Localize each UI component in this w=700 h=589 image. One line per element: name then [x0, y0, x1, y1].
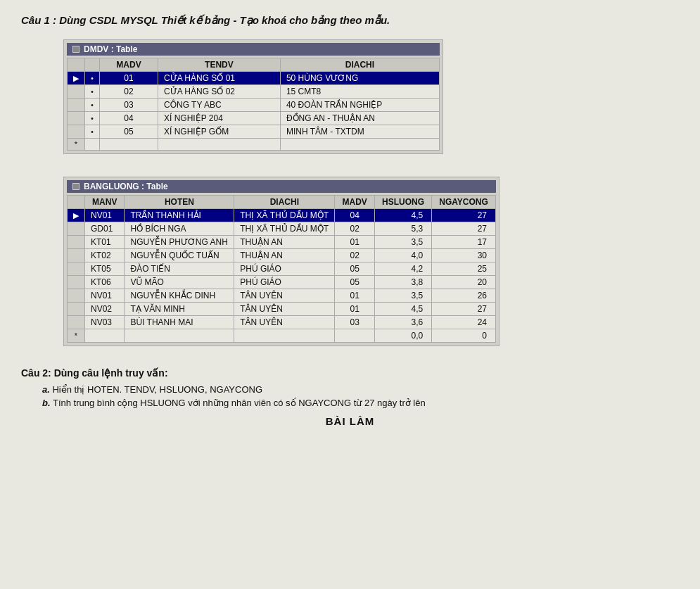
dmdv-col-tendv: TENDV	[158, 58, 281, 72]
ngaycong-val: 24	[432, 316, 496, 329]
madv-val: 01	[335, 289, 374, 303]
row-indicator	[68, 303, 85, 316]
list-item: a. Hiển thị HOTEN. TENDV, HSLUONG, NGAYC…	[42, 384, 679, 395]
dmdv-table: MADV TENDV DIACHI ▶ • 01 CỬA HÀNG SỐ 01 …	[67, 58, 440, 151]
hoten-val: NGUYỄN KHẮC DINH	[125, 289, 234, 303]
bangluong-square-icon	[72, 183, 79, 190]
item-label: b.	[42, 398, 51, 408]
table-row: NV03 BÙI THANH MAI TÂN UYÊN 03 3,6 24	[68, 316, 496, 329]
item-label: a.	[42, 384, 50, 395]
tendv-val	[158, 139, 281, 151]
bl-col-madv: MADV	[335, 196, 374, 209]
table-row: *	[68, 139, 440, 151]
hoten-val: VŨ MÃO	[125, 276, 234, 289]
tendv-val: CỬA HÀNG SỐ 01	[158, 72, 281, 85]
item-text: Hiển thị HOTEN. TENDV, HSLUONG, NGAYCONG	[52, 384, 262, 395]
row-indicator: ▶	[68, 72, 85, 85]
hsluong-val: 0,0	[374, 329, 431, 343]
bl-col-diachi: DIACHI	[234, 196, 335, 209]
dmdv-table-titlebar: DMDV : Table	[67, 43, 440, 56]
bl-col-ngaycong: NGAYCONG	[432, 196, 496, 209]
row-indicator	[68, 289, 85, 303]
key-col: •	[85, 99, 100, 112]
row-indicator	[68, 276, 85, 289]
diachi-val: 50 HÙNG VƯƠNG	[280, 72, 439, 85]
ngaycong-val: 26	[432, 289, 496, 303]
item-text: Tính trung bình cộng HSLUONG với những n…	[53, 398, 426, 408]
ngaycong-val: 27	[432, 209, 496, 222]
hoten-val: ĐÀO TIẾN	[125, 262, 234, 276]
madv-val: 05	[335, 262, 374, 276]
manv-val: NV01	[85, 289, 125, 303]
table-row: KT06 VŨ MÃO PHÚ GIÁO 05 3,8 20	[68, 276, 496, 289]
diachi-val	[280, 139, 439, 151]
row-indicator	[68, 112, 85, 125]
row-indicator: ▶	[68, 209, 85, 222]
bl-col-hoten: HOTEN	[125, 196, 234, 209]
table-row: NV02 TẠ VĂN MINH TÂN UYÊN 01 4,5 27	[68, 303, 496, 316]
diachi-val: 15 CMT8	[280, 85, 439, 99]
ngaycong-val: 17	[432, 236, 496, 249]
hoten-val	[125, 329, 234, 343]
madv-val: 02	[335, 222, 374, 236]
dmdv-col-madv: MADV	[100, 58, 158, 72]
bangluong-table-title: BANGLUONG : Table	[84, 182, 168, 191]
row-indicator	[68, 249, 85, 262]
hsluong-val: 4,2	[374, 262, 431, 276]
dmdv-col-key	[85, 58, 100, 72]
row-indicator	[68, 262, 85, 276]
table-row: GD01 HỒ BÍCH NGA THỊ XÃ THỦ DẦU MỘT 02 5…	[68, 222, 496, 236]
manv-val: NV01	[85, 209, 125, 222]
manv-val: KT02	[85, 249, 125, 262]
list-item: b. Tính trung bình cộng HSLUONG với nhữn…	[42, 398, 679, 408]
row-indicator	[68, 316, 85, 329]
table-row: KT01 NGUYỄN PHƯƠNG ANH THUẬN AN 01 3,5 1…	[68, 236, 496, 249]
dmdv-table-container: DMDV : Table MADV TENDV DIACHI ▶ • 01 CỬ…	[63, 39, 443, 154]
row-indicator	[68, 222, 85, 236]
hoten-val: HỒ BÍCH NGA	[125, 222, 234, 236]
hsluong-val: 3,5	[374, 289, 431, 303]
key-col: •	[85, 112, 100, 125]
bangluong-table-container: BANGLUONG : Table MANV HOTEN DIACHI MADV…	[63, 177, 499, 346]
row-indicator: *	[68, 139, 85, 151]
manv-val: GD01	[85, 222, 125, 236]
question2-list: a. Hiển thị HOTEN. TENDV, HSLUONG, NGAYC…	[42, 384, 679, 408]
tendv-val: XÍ NGHIỆP GỐM	[158, 125, 281, 139]
hoten-val: TRẦN THANH HẢI	[125, 209, 234, 222]
row-indicator	[68, 125, 85, 139]
manv-val: KT01	[85, 236, 125, 249]
key-col: •	[85, 72, 100, 85]
hoten-val: BÙI THANH MAI	[125, 316, 234, 329]
bl-col-hsluong: HSLUONG	[374, 196, 431, 209]
hsluong-val: 4,5	[374, 303, 431, 316]
table-row: NV01 NGUYỄN KHẮC DINH TÂN UYÊN 01 3,5 26	[68, 289, 496, 303]
hsluong-val: 3,6	[374, 316, 431, 329]
question1-title: Câu 1 : Dùng CSDL MYSQL Thiết kế bảng - …	[21, 14, 679, 27]
table-row: ▶ • 01 CỬA HÀNG SỐ 01 50 HÙNG VƯƠNG	[68, 72, 440, 85]
table-row: * 0,0 0	[68, 329, 496, 343]
table-row: • 02 CỬA HÀNG SỐ 02 15 CMT8	[68, 85, 440, 99]
madv-val: 01	[335, 303, 374, 316]
madv-val: 01	[100, 72, 158, 85]
madv-val: 01	[335, 236, 374, 249]
row-indicator	[68, 85, 85, 99]
diachi-val: PHÚ GIÁO	[234, 262, 335, 276]
row-indicator	[68, 236, 85, 249]
madv-val: 03	[100, 99, 158, 112]
question2-title: Câu 2: Dùng câu lệnh truy vấn:	[21, 367, 679, 379]
hsluong-val: 3,8	[374, 276, 431, 289]
table-row: • 04 XÍ NGHIỆP 204 ĐỒNG AN - THUẬN AN	[68, 112, 440, 125]
bl-col-manv: MANV	[85, 196, 125, 209]
dmdv-table-title: DMDV : Table	[84, 44, 137, 54]
table-row: • 03 CÔNG TY ABC 40 ĐOÀN TRẦN NGHIỆP	[68, 99, 440, 112]
bangluong-table: MANV HOTEN DIACHI MADV HSLUONG NGAYCONG …	[67, 195, 496, 343]
ngaycong-val: 27	[432, 303, 496, 316]
bl-col-indicator	[68, 196, 85, 209]
diachi-val: TÂN UYÊN	[234, 303, 335, 316]
madv-val: 05	[335, 276, 374, 289]
hoten-val: NGUYỄN PHƯƠNG ANH	[125, 236, 234, 249]
madv-val: 03	[335, 316, 374, 329]
madv-val: 04	[100, 112, 158, 125]
tendv-val: XÍ NGHIỆP 204	[158, 112, 281, 125]
ngaycong-val: 30	[432, 249, 496, 262]
